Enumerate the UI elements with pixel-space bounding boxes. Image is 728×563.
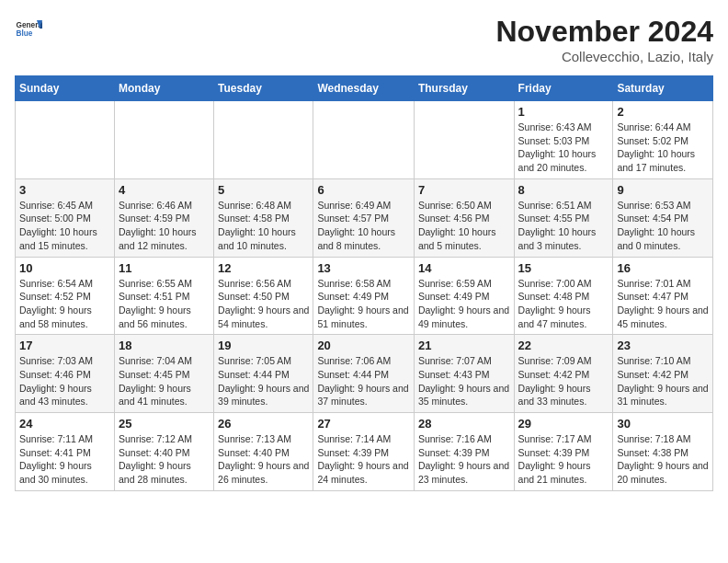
day-info: Sunrise: 7:13 AM Sunset: 4:40 PM Dayligh… (218, 432, 309, 487)
day-info: Sunrise: 7:07 AM Sunset: 4:43 PM Dayligh… (418, 354, 510, 408)
day-number: 1 (518, 105, 609, 119)
header: General Blue November 2024 Collevecchio,… (15, 15, 713, 64)
day-info: Sunrise: 6:44 AM Sunset: 5:02 PM Dayligh… (617, 121, 709, 175)
day-number: 11 (119, 261, 210, 275)
calendar-cell: 6Sunrise: 6:49 AM Sunset: 4:57 PM Daylig… (313, 178, 415, 257)
calendar-cell: 10Sunrise: 6:54 AM Sunset: 4:52 PM Dayli… (16, 257, 115, 335)
day-info: Sunrise: 7:05 AM Sunset: 4:44 PM Dayligh… (218, 354, 309, 408)
calendar-cell: 18Sunrise: 7:04 AM Sunset: 4:45 PM Dayli… (114, 335, 213, 413)
day-number: 23 (617, 339, 709, 352)
day-info: Sunrise: 6:53 AM Sunset: 4:54 PM Dayligh… (617, 199, 709, 253)
calendar-cell: 17Sunrise: 7:03 AM Sunset: 4:46 PM Dayli… (16, 335, 115, 413)
calendar-cell: 3Sunrise: 6:45 AM Sunset: 5:00 PM Daylig… (16, 178, 115, 257)
calendar-cell (313, 101, 415, 179)
calendar-cell (114, 101, 213, 179)
day-info: Sunrise: 6:55 AM Sunset: 4:51 PM Dayligh… (119, 277, 210, 331)
calendar-cell: 22Sunrise: 7:09 AM Sunset: 4:42 PM Dayli… (514, 335, 613, 413)
calendar-cell: 2Sunrise: 6:44 AM Sunset: 5:02 PM Daylig… (613, 101, 713, 179)
weekday-header-monday: Monday (114, 76, 213, 101)
day-number: 30 (617, 417, 709, 431)
calendar-cell: 28Sunrise: 7:16 AM Sunset: 4:39 PM Dayli… (414, 413, 514, 491)
day-info: Sunrise: 6:58 AM Sunset: 4:49 PM Dayligh… (317, 277, 410, 331)
weekday-header-thursday: Thursday (414, 76, 514, 101)
day-info: Sunrise: 7:03 AM Sunset: 4:46 PM Dayligh… (19, 354, 110, 408)
calendar-table: SundayMondayTuesdayWednesdayThursdayFrid… (15, 75, 713, 491)
weekday-header-row: SundayMondayTuesdayWednesdayThursdayFrid… (16, 76, 713, 101)
day-number: 25 (119, 417, 210, 431)
day-info: Sunrise: 6:45 AM Sunset: 5:00 PM Dayligh… (19, 199, 110, 253)
week-row-4: 17Sunrise: 7:03 AM Sunset: 4:46 PM Dayli… (16, 335, 713, 413)
calendar-cell: 23Sunrise: 7:10 AM Sunset: 4:42 PM Dayli… (613, 335, 713, 413)
calendar-cell (214, 101, 313, 179)
day-info: Sunrise: 7:09 AM Sunset: 4:42 PM Dayligh… (518, 354, 609, 408)
calendar-cell: 26Sunrise: 7:13 AM Sunset: 4:40 PM Dayli… (214, 413, 313, 491)
week-row-1: 1Sunrise: 6:43 AM Sunset: 5:03 PM Daylig… (16, 101, 713, 179)
calendar-cell: 4Sunrise: 6:46 AM Sunset: 4:59 PM Daylig… (114, 178, 213, 257)
day-number: 2 (617, 105, 709, 119)
day-info: Sunrise: 6:48 AM Sunset: 4:58 PM Dayligh… (218, 199, 309, 253)
day-info: Sunrise: 7:16 AM Sunset: 4:39 PM Dayligh… (418, 432, 510, 487)
day-info: Sunrise: 7:00 AM Sunset: 4:48 PM Dayligh… (518, 277, 609, 331)
weekday-header-wednesday: Wednesday (313, 76, 415, 101)
day-number: 29 (518, 417, 609, 431)
calendar-cell: 19Sunrise: 7:05 AM Sunset: 4:44 PM Dayli… (214, 335, 313, 413)
calendar-cell (16, 101, 115, 179)
calendar-cell: 25Sunrise: 7:12 AM Sunset: 4:40 PM Dayli… (114, 413, 213, 491)
day-info: Sunrise: 6:50 AM Sunset: 4:56 PM Dayligh… (418, 199, 510, 253)
calendar-cell: 14Sunrise: 6:59 AM Sunset: 4:49 PM Dayli… (414, 257, 514, 335)
calendar-cell: 5Sunrise: 6:48 AM Sunset: 4:58 PM Daylig… (214, 178, 313, 257)
week-row-3: 10Sunrise: 6:54 AM Sunset: 4:52 PM Dayli… (16, 257, 713, 335)
day-info: Sunrise: 6:46 AM Sunset: 4:59 PM Dayligh… (119, 199, 210, 253)
day-info: Sunrise: 7:12 AM Sunset: 4:40 PM Dayligh… (119, 432, 210, 487)
logo: General Blue (15, 15, 42, 42)
calendar-cell: 11Sunrise: 6:55 AM Sunset: 4:51 PM Dayli… (114, 257, 213, 335)
calendar-cell: 21Sunrise: 7:07 AM Sunset: 4:43 PM Dayli… (414, 335, 514, 413)
svg-text:Blue: Blue (17, 29, 33, 38)
week-row-5: 24Sunrise: 7:11 AM Sunset: 4:41 PM Dayli… (16, 413, 713, 491)
calendar-cell: 9Sunrise: 6:53 AM Sunset: 4:54 PM Daylig… (613, 178, 713, 257)
day-info: Sunrise: 7:10 AM Sunset: 4:42 PM Dayligh… (617, 354, 709, 408)
day-number: 26 (218, 417, 309, 431)
day-number: 7 (418, 183, 510, 197)
day-number: 4 (119, 183, 210, 197)
day-info: Sunrise: 7:06 AM Sunset: 4:44 PM Dayligh… (317, 354, 410, 408)
day-number: 15 (518, 261, 609, 275)
day-info: Sunrise: 6:54 AM Sunset: 4:52 PM Dayligh… (19, 277, 110, 331)
day-info: Sunrise: 6:43 AM Sunset: 5:03 PM Dayligh… (518, 121, 609, 175)
calendar-cell: 15Sunrise: 7:00 AM Sunset: 4:48 PM Dayli… (514, 257, 613, 335)
day-number: 5 (218, 183, 309, 197)
calendar-cell: 8Sunrise: 6:51 AM Sunset: 4:55 PM Daylig… (514, 178, 613, 257)
calendar-cell: 24Sunrise: 7:11 AM Sunset: 4:41 PM Dayli… (16, 413, 115, 491)
day-info: Sunrise: 7:01 AM Sunset: 4:47 PM Dayligh… (617, 277, 709, 331)
day-info: Sunrise: 7:18 AM Sunset: 4:38 PM Dayligh… (617, 432, 709, 487)
calendar-cell: 27Sunrise: 7:14 AM Sunset: 4:39 PM Dayli… (313, 413, 415, 491)
day-info: Sunrise: 6:49 AM Sunset: 4:57 PM Dayligh… (317, 199, 410, 253)
day-number: 8 (518, 183, 609, 197)
day-number: 27 (317, 417, 410, 431)
weekday-header-saturday: Saturday (613, 76, 713, 101)
day-number: 22 (518, 339, 609, 352)
day-info: Sunrise: 7:04 AM Sunset: 4:45 PM Dayligh… (119, 354, 210, 408)
calendar-cell: 7Sunrise: 6:50 AM Sunset: 4:56 PM Daylig… (414, 178, 514, 257)
day-info: Sunrise: 7:17 AM Sunset: 4:39 PM Dayligh… (518, 432, 609, 487)
calendar-cell: 20Sunrise: 7:06 AM Sunset: 4:44 PM Dayli… (313, 335, 415, 413)
day-number: 13 (317, 261, 410, 275)
day-number: 28 (418, 417, 510, 431)
calendar-cell (414, 101, 514, 179)
week-row-2: 3Sunrise: 6:45 AM Sunset: 5:00 PM Daylig… (16, 178, 713, 257)
day-info: Sunrise: 6:51 AM Sunset: 4:55 PM Dayligh… (518, 199, 609, 253)
calendar-cell: 12Sunrise: 6:56 AM Sunset: 4:50 PM Dayli… (214, 257, 313, 335)
day-number: 10 (19, 261, 110, 275)
day-info: Sunrise: 6:59 AM Sunset: 4:49 PM Dayligh… (418, 277, 510, 331)
day-number: 9 (617, 183, 709, 197)
day-number: 14 (418, 261, 510, 275)
calendar-cell: 1Sunrise: 6:43 AM Sunset: 5:03 PM Daylig… (514, 101, 613, 179)
day-number: 24 (19, 417, 110, 431)
month-title: November 2024 (495, 15, 713, 49)
title-block: November 2024 Collevecchio, Lazio, Italy (495, 15, 713, 64)
calendar-cell: 30Sunrise: 7:18 AM Sunset: 4:38 PM Dayli… (613, 413, 713, 491)
day-number: 18 (119, 339, 210, 352)
weekday-header-tuesday: Tuesday (214, 76, 313, 101)
weekday-header-sunday: Sunday (16, 76, 115, 101)
calendar-cell: 13Sunrise: 6:58 AM Sunset: 4:49 PM Dayli… (313, 257, 415, 335)
